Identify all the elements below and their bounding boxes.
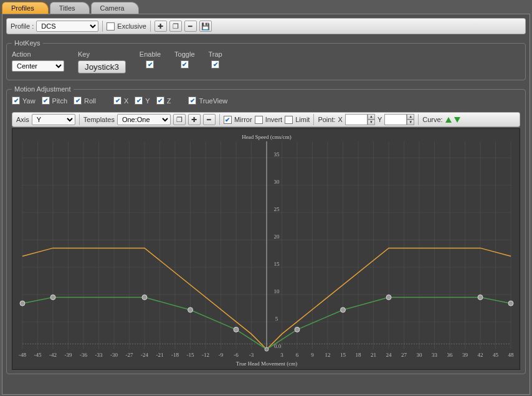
template-save-button[interactable]: ❐ bbox=[173, 114, 186, 125]
tab-camera[interactable]: Camera bbox=[91, 2, 139, 14]
toggle-checkbox[interactable]: ✔ bbox=[181, 60, 189, 68]
y-checkbox[interactable]: ✔ bbox=[135, 97, 143, 105]
exclusive-label: Exclusive bbox=[117, 22, 146, 30]
svg-text:-12: -12 bbox=[202, 352, 209, 358]
enable-header: Enable bbox=[140, 50, 161, 58]
svg-text:Head Speed (cms/cm): Head Speed (cms/cm) bbox=[242, 134, 291, 140]
trap-checkbox[interactable]: ✔ bbox=[211, 60, 219, 68]
axis-select[interactable]: Y bbox=[32, 114, 75, 125]
tab-profiles[interactable]: Profiles bbox=[2, 2, 49, 14]
svg-point-92 bbox=[386, 295, 391, 300]
z-checkbox[interactable]: ✔ bbox=[156, 97, 164, 105]
svg-text:15: 15 bbox=[274, 261, 280, 267]
profiles-panel: Profile : DCS Exclusive ✚ ❐ ━ 💾 HotKeys … bbox=[2, 14, 530, 395]
limit-checkbox[interactable] bbox=[285, 116, 293, 124]
templates-select[interactable]: One:One bbox=[117, 114, 171, 125]
mirror-label: Mirror bbox=[234, 116, 252, 123]
save-button[interactable]: 💾 bbox=[199, 21, 212, 32]
svg-point-87 bbox=[188, 308, 193, 313]
copy-button[interactable]: ❐ bbox=[169, 21, 182, 32]
roll-checkbox[interactable]: ✔ bbox=[74, 97, 82, 105]
svg-text:10: 10 bbox=[274, 288, 280, 295]
svg-text:-15: -15 bbox=[187, 352, 194, 358]
point-x-input[interactable] bbox=[345, 114, 368, 125]
svg-text:6: 6 bbox=[296, 352, 299, 358]
hotkeys-legend: HotKeys bbox=[12, 39, 43, 47]
svg-text:-27: -27 bbox=[126, 352, 133, 358]
axis-label: Axis bbox=[16, 116, 29, 123]
svg-text:-36: -36 bbox=[80, 352, 87, 358]
point-label: Point: bbox=[318, 116, 335, 123]
templates-label: Templates bbox=[83, 116, 115, 123]
point-x-label: X bbox=[338, 116, 343, 123]
x-checkbox[interactable]: ✔ bbox=[113, 97, 121, 105]
action-select[interactable]: Center bbox=[12, 60, 64, 72]
z-label: Z bbox=[167, 97, 171, 105]
svg-text:-3: -3 bbox=[249, 352, 254, 358]
curve-up-icon[interactable] bbox=[445, 117, 452, 123]
profile-label: Profile : bbox=[11, 22, 34, 30]
point-x-down[interactable]: ▼ bbox=[368, 120, 375, 125]
chart-toolbar: Axis Y Templates One:One ❐ ✚ ━ ✔ Mirror … bbox=[12, 112, 520, 127]
svg-text:30: 30 bbox=[274, 179, 280, 185]
svg-point-94 bbox=[508, 301, 513, 306]
svg-text:5: 5 bbox=[275, 316, 278, 322]
svg-text:30: 30 bbox=[417, 352, 423, 358]
separator bbox=[102, 21, 103, 32]
svg-point-86 bbox=[142, 295, 147, 300]
hotkeys-group: HotKeys Action Center Key Joystick3 Enab… bbox=[6, 39, 526, 80]
svg-text:18: 18 bbox=[356, 352, 362, 358]
exclusive-checkbox[interactable] bbox=[107, 22, 115, 31]
svg-text:-9: -9 bbox=[219, 352, 224, 358]
y-label: Y bbox=[145, 97, 150, 105]
svg-text:-21: -21 bbox=[156, 352, 164, 358]
svg-point-90 bbox=[295, 327, 300, 332]
svg-text:-48: -48 bbox=[19, 352, 26, 358]
svg-text:-42: -42 bbox=[49, 352, 57, 358]
add-button[interactable]: ✚ bbox=[154, 21, 167, 32]
pitch-label: Pitch bbox=[52, 97, 67, 105]
yaw-checkbox[interactable]: ✔ bbox=[12, 97, 20, 105]
profile-select[interactable]: DCS bbox=[36, 21, 98, 32]
mirror-checkbox[interactable]: ✔ bbox=[224, 116, 232, 124]
key-button[interactable]: Joystick3 bbox=[78, 60, 126, 73]
svg-text:-6: -6 bbox=[234, 352, 239, 358]
svg-text:-45: -45 bbox=[34, 352, 42, 358]
template-remove-button[interactable]: ━ bbox=[203, 114, 216, 125]
svg-text:42: 42 bbox=[478, 352, 483, 358]
svg-point-91 bbox=[341, 308, 346, 313]
trap-header: Trap bbox=[209, 50, 222, 58]
point-y-input[interactable] bbox=[384, 114, 407, 125]
pitch-checkbox[interactable]: ✔ bbox=[42, 97, 50, 105]
tab-titles[interactable]: Titles bbox=[50, 2, 90, 14]
svg-text:33: 33 bbox=[432, 352, 438, 358]
svg-text:48: 48 bbox=[508, 352, 515, 358]
motion-adjustment-group: Motion Adjustment ✔Yaw ✔Pitch ✔Roll ✔X ✔… bbox=[6, 85, 526, 374]
action-header: Action bbox=[12, 50, 64, 58]
enable-checkbox[interactable]: ✔ bbox=[146, 60, 154, 68]
point-x-up[interactable]: ▲ bbox=[368, 114, 375, 120]
svg-text:36: 36 bbox=[447, 352, 454, 358]
remove-button[interactable]: ━ bbox=[184, 21, 197, 32]
limit-label: Limit bbox=[295, 116, 310, 123]
tab-bar: Profiles Titles Camera bbox=[0, 0, 532, 14]
invert-checkbox[interactable] bbox=[255, 116, 263, 124]
point-y-up[interactable]: ▲ bbox=[407, 114, 414, 120]
svg-point-88 bbox=[234, 327, 239, 332]
x-label: X bbox=[124, 97, 128, 105]
svg-text:9: 9 bbox=[311, 352, 314, 358]
trueview-checkbox[interactable]: ✔ bbox=[188, 97, 196, 105]
motion-legend: Motion Adjustment bbox=[12, 85, 74, 93]
svg-text:20: 20 bbox=[274, 233, 280, 240]
point-y-down[interactable]: ▼ bbox=[407, 120, 414, 125]
svg-text:3: 3 bbox=[280, 352, 283, 358]
svg-text:21: 21 bbox=[371, 352, 376, 358]
toggle-header: Toggle bbox=[174, 50, 194, 58]
svg-point-84 bbox=[20, 301, 25, 306]
key-header: Key bbox=[78, 50, 126, 58]
chart-area[interactable]: -48-45-42-39-36-33-30-27-24-21-18-15-12-… bbox=[12, 128, 520, 370]
svg-text:27: 27 bbox=[401, 352, 407, 358]
svg-text:25: 25 bbox=[274, 206, 280, 212]
template-add-button[interactable]: ✚ bbox=[188, 114, 201, 125]
curve-down-icon[interactable] bbox=[454, 117, 460, 123]
